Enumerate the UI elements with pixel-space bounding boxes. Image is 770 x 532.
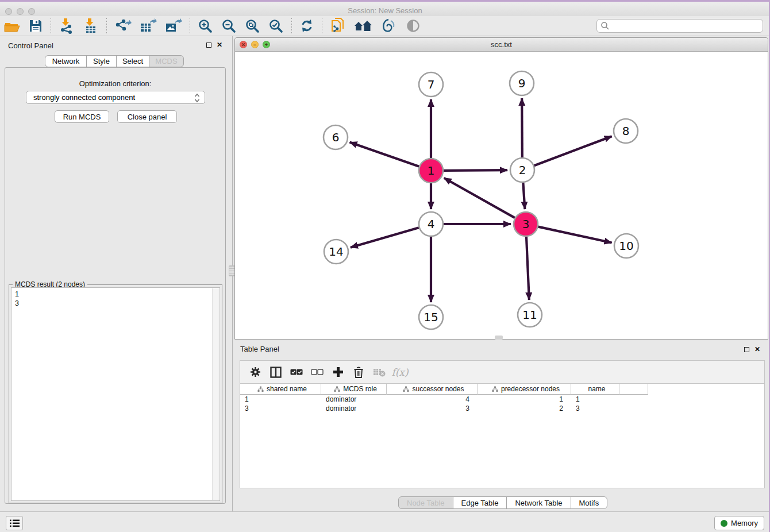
tab-node-table[interactable]: Node Table [398, 496, 453, 509]
import-network-icon [59, 18, 75, 34]
tab-mcds[interactable]: MCDS [149, 55, 184, 67]
open-folder-icon [4, 18, 20, 33]
canvas-grip[interactable] [495, 336, 503, 340]
table-cell[interactable]: dominator [321, 395, 387, 403]
table-panel: Table Panel ✕ [234, 342, 768, 511]
edge-2-8[interactable] [534, 136, 612, 165]
table-cell[interactable]: 1 [240, 395, 321, 403]
run-mcds-button[interactable]: Run MCDS [55, 110, 109, 123]
column-header-successor-nodes[interactable]: successor nodes [387, 384, 478, 395]
table-cell[interactable]: dominator [321, 404, 387, 413]
mcds-result-list[interactable]: 1 3 [11, 287, 220, 501]
optimization-criterion-select[interactable]: strongly connected component [26, 91, 205, 104]
show-columns-button[interactable] [267, 363, 285, 381]
task-history-button[interactable] [6, 516, 23, 530]
node-label-8: 8 [622, 124, 630, 138]
tab-style[interactable]: Style [86, 55, 117, 67]
close-panel-icon[interactable]: ✕ [217, 41, 222, 49]
tab-edge-table[interactable]: Edge Table [453, 496, 507, 509]
gear-icon [250, 367, 261, 377]
zoom-in-button[interactable] [194, 17, 217, 34]
table-row[interactable]: 1dominator411 [240, 395, 764, 404]
column-header-shared-name[interactable]: shared name [240, 384, 321, 395]
memory-button[interactable]: Memory [714, 516, 764, 530]
column-header-name[interactable]: name [571, 384, 619, 395]
mcds-result-group: MCDS result (2 nodes) 1 3 [9, 284, 222, 503]
column-header-MCDS-role[interactable]: MCDS role [321, 384, 387, 395]
delete-table-button[interactable] [370, 363, 388, 381]
toolbar-separator [322, 18, 322, 34]
open-session-button[interactable] [0, 17, 24, 34]
apply-style-button[interactable] [376, 17, 401, 34]
export-network-button[interactable] [110, 17, 136, 34]
toolbar-separator [51, 18, 51, 34]
zoom-out-icon [221, 18, 237, 34]
zoom-out-button[interactable] [217, 17, 241, 34]
home-button[interactable] [350, 17, 376, 34]
export-table-button[interactable] [136, 17, 161, 34]
column-header-predecessor-nodes[interactable]: predecessor nodes [478, 384, 571, 395]
table-cell[interactable]: 2 [478, 404, 571, 413]
table-cell[interactable]: 3 [240, 404, 321, 413]
control-panel-tabs: Network Style Select MCDS [45, 55, 184, 67]
edge-2-9[interactable] [522, 98, 522, 157]
table-cell[interactable]: 1 [571, 395, 619, 403]
refresh-button[interactable] [295, 17, 318, 34]
refresh-icon [299, 18, 314, 33]
delete-row-button[interactable] [349, 363, 368, 381]
select-all-button[interactable] [287, 363, 306, 381]
tab-select[interactable]: Select [116, 55, 149, 67]
tab-network-table[interactable]: Network Table [506, 496, 571, 509]
table-options-button[interactable] [246, 363, 264, 381]
optimization-criterion-label: Optimization criterion: [5, 79, 225, 88]
style-brush-icon [380, 18, 396, 33]
float-panel-icon[interactable] [206, 43, 211, 48]
trash-icon [353, 367, 364, 378]
toolbar-separator [190, 18, 190, 34]
edge-1-6[interactable] [350, 142, 419, 167]
table-cell[interactable]: 4 [387, 395, 478, 403]
table-toolbar: f(x) [240, 361, 764, 384]
table-cell[interactable]: 3 [571, 404, 619, 413]
add-row-button[interactable] [329, 363, 347, 381]
save-session-button[interactable] [24, 17, 47, 34]
show-hide-graphics-button[interactable] [401, 17, 426, 34]
tab-network[interactable]: Network [45, 55, 87, 67]
save-icon [28, 18, 43, 33]
edge-4-14[interactable] [351, 228, 419, 248]
zoom-fit-button[interactable] [241, 17, 264, 34]
close-table-panel-icon[interactable]: ✕ [754, 345, 760, 353]
import-network-button[interactable] [55, 17, 79, 34]
node-label-11: 11 [522, 308, 537, 322]
export-image-button[interactable] [161, 17, 186, 34]
search-field[interactable] [596, 19, 763, 33]
search-input[interactable] [613, 22, 759, 30]
scrollbar-track[interactable] [212, 288, 219, 500]
table-row[interactable]: 3dominator323 [240, 404, 764, 413]
columns-icon [270, 367, 282, 378]
node-label-1: 1 [428, 164, 435, 178]
network-graph-canvas[interactable]: 7968124314101511 [235, 52, 768, 339]
close-panel-button[interactable]: Close panel [117, 110, 177, 123]
import-table-button[interactable] [79, 17, 103, 34]
edge-3-10[interactable] [538, 227, 611, 243]
table-cell[interactable]: 1 [478, 395, 571, 403]
tab-motifs[interactable]: Motifs [571, 496, 608, 509]
float-table-panel-icon[interactable] [744, 347, 749, 352]
table-panel-title: Table Panel [240, 345, 279, 353]
column-header-filler [619, 384, 648, 395]
table-cell[interactable]: 3 [387, 404, 478, 413]
zoom-selected-button[interactable] [264, 17, 288, 34]
edge-1-2[interactable] [444, 170, 507, 171]
node-table: shared nameMCDS rolesuccessor nodesprede… [240, 384, 764, 413]
unselect-all-button[interactable] [308, 363, 326, 381]
clone-network-button[interactable] [326, 17, 350, 34]
plus-icon [333, 367, 344, 377]
edge-3-1[interactable] [444, 178, 515, 218]
network-window-titlebar[interactable]: ✕ − + scc.txt [235, 38, 768, 52]
edge-2-3[interactable] [523, 183, 525, 209]
function-builder-button[interactable]: f(x) [391, 363, 409, 381]
edge-3-11[interactable] [526, 237, 529, 300]
select-chevrons-icon [194, 93, 200, 103]
delete-table-icon [373, 368, 386, 377]
